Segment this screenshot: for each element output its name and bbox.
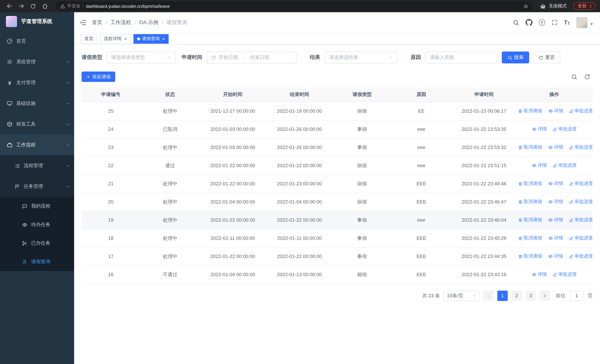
- result-select[interactable]: 请选择流结果: [325, 52, 397, 63]
- tab-process-detail[interactable]: 流程详情 ×: [100, 34, 131, 44]
- leave-type-select[interactable]: 请选择请假类型: [107, 52, 176, 63]
- pagination: 共 23 条 10条/页 1 2 3 前往 1 页: [82, 290, 593, 301]
- url-text[interactable]: dashboard.yudao.iocoder.cn/bpm/oa/leave: [86, 3, 170, 9]
- browser-back-icon[interactable]: [4, 1, 14, 11]
- sidebar-item-leave-query[interactable]: 请假查询: [0, 252, 74, 271]
- cancel-leave-link[interactable]: 取消请假: [518, 217, 542, 223]
- detail-link[interactable]: 详情: [548, 180, 563, 187]
- menu-fold-icon[interactable]: [79, 19, 87, 26]
- cell-apply-time: 2022-01-22 23:53:35: [452, 120, 516, 138]
- prev-page-button[interactable]: [483, 290, 494, 301]
- trash-icon: [518, 145, 523, 149]
- detail-link[interactable]: 详情: [532, 271, 547, 278]
- cell-end: 2022-01-13 00:00:00: [265, 265, 334, 284]
- avatar-caret-icon[interactable]: ▼: [590, 22, 593, 26]
- progress-link[interactable]: 审批进度: [569, 199, 593, 205]
- briefcase-icon: [7, 142, 13, 148]
- font-size-icon[interactable]: TT: [564, 19, 570, 25]
- progress-link[interactable]: 审批进度: [569, 180, 593, 187]
- sidebar-item-payment[interactable]: ¥ 支付管理: [0, 72, 74, 93]
- reset-button[interactable]: 重置: [533, 52, 560, 63]
- progress-link[interactable]: 审批进度: [569, 253, 593, 260]
- trash-icon: [518, 109, 523, 113]
- github-icon[interactable]: [525, 19, 532, 26]
- progress-link[interactable]: 审批进度: [569, 235, 593, 241]
- address-bar[interactable]: 不安全 dashboard.yudao.iocoder.cn/bpm/oa/le…: [56, 1, 533, 11]
- sidebar-item-process-mgmt[interactable]: 流程管理: [0, 155, 74, 176]
- progress-link[interactable]: 审批进度: [553, 126, 577, 132]
- sidebar-item-home[interactable]: 首页: [0, 31, 74, 52]
- page-button-2[interactable]: 2: [511, 290, 522, 301]
- sidebar-item-done-tasks[interactable]: 已办任务: [0, 234, 74, 252]
- goto-page-input[interactable]: 1: [570, 290, 583, 301]
- detail-link[interactable]: 详情: [548, 198, 563, 205]
- create-leave-button[interactable]: 发起请假: [82, 72, 115, 82]
- sidebar-item-label: 支付管理: [16, 79, 36, 86]
- search-button[interactable]: 搜索: [502, 52, 529, 63]
- detail-link[interactable]: 详情: [532, 126, 547, 132]
- progress-link[interactable]: 审批进度: [553, 271, 577, 278]
- close-icon[interactable]: ×: [162, 37, 165, 41]
- sidebar-item-todo-tasks[interactable]: 待办任务: [0, 215, 74, 234]
- update-button[interactable]: 更新: [573, 2, 596, 10]
- cancel-leave-link[interactable]: 取消请假: [518, 253, 542, 260]
- cell-apply-time: 2022-01-22 23:46:04: [452, 211, 516, 229]
- edit-icon: [553, 163, 557, 168]
- browser-reload-icon[interactable]: [28, 1, 38, 11]
- sidebar-item-system[interactable]: 系统管理: [0, 52, 74, 72]
- tab-leave-query[interactable]: 请假查询 ×: [133, 34, 169, 44]
- fullscreen-icon[interactable]: [551, 19, 558, 26]
- page-button-1[interactable]: 1: [497, 290, 508, 301]
- sidebar-item-task-mgmt[interactable]: 任务管理: [0, 176, 74, 197]
- hide-search-icon[interactable]: [571, 74, 577, 80]
- page-size-select[interactable]: 10条/页: [444, 290, 479, 301]
- table-header-row: 申请编号 状态 开始时间 结束时间 请假类型 原因 申请时间 操作: [82, 87, 593, 102]
- cancel-leave-link[interactable]: 取消请假: [518, 144, 542, 150]
- next-page-button[interactable]: [540, 290, 550, 301]
- detail-link[interactable]: 详情: [548, 217, 563, 223]
- sidebar-item-infra[interactable]: 基础设施: [0, 93, 74, 114]
- browser-home-icon[interactable]: [40, 1, 50, 11]
- tab-home[interactable]: 首页: [81, 34, 97, 44]
- cancel-leave-link[interactable]: 取消请假: [518, 108, 542, 114]
- browser-forward-icon[interactable]: [16, 1, 26, 11]
- bookmark-star-icon[interactable]: [523, 3, 528, 9]
- col-leave-type: 请假类型: [334, 87, 391, 102]
- close-icon[interactable]: ×: [124, 37, 127, 41]
- reason-input[interactable]: 请输入原因: [425, 52, 498, 63]
- sidebar-item-workflow[interactable]: 工作流程: [0, 135, 74, 155]
- search-icon[interactable]: [512, 19, 519, 26]
- leave-table: 申请编号 状态 开始时间 结束时间 请假类型 原因 申请时间 操作 25 处理中…: [82, 87, 593, 284]
- cancel-leave-link[interactable]: 取消请假: [518, 235, 542, 241]
- help-icon[interactable]: ?: [539, 19, 545, 26]
- cell-type: 婚假: [334, 265, 391, 284]
- sidebar-item-label: 我的流程: [31, 203, 50, 209]
- date-range-picker[interactable]: 开始日期 - 结束日期: [207, 52, 297, 63]
- security-warning[interactable]: 不安全: [60, 3, 80, 9]
- progress-link[interactable]: 审批进度: [569, 144, 593, 150]
- chevron-down-icon: [66, 81, 70, 85]
- detail-link[interactable]: 详情: [548, 235, 563, 241]
- progress-link[interactable]: 审批进度: [569, 217, 593, 223]
- breadcrumb-separator: /: [162, 19, 163, 25]
- breadcrumb-workflow[interactable]: 工作流程: [111, 19, 131, 26]
- refresh-table-icon[interactable]: [584, 74, 590, 80]
- sidebar-item-devtools[interactable]: 研发工具: [0, 114, 74, 135]
- progress-link[interactable]: 审批进度: [553, 162, 577, 169]
- cancel-leave-link[interactable]: 取消请假: [518, 199, 542, 205]
- detail-link[interactable]: 详情: [548, 144, 563, 150]
- detail-link[interactable]: 详情: [548, 108, 563, 114]
- detail-link[interactable]: 详情: [548, 253, 563, 259]
- page-button-3[interactable]: 3: [525, 290, 536, 301]
- cell-end: 2022-01-22 00:00:00: [265, 247, 334, 265]
- detail-link[interactable]: 详情: [532, 162, 547, 168]
- breadcrumb-home[interactable]: 首页: [92, 19, 102, 26]
- warning-triangle-icon: [60, 3, 65, 9]
- user-avatar[interactable]: [576, 17, 587, 28]
- sidebar-item-my-process[interactable]: 我的流程: [0, 197, 74, 215]
- input-placeholder: 请输入原因: [430, 54, 454, 61]
- breadcrumb-oa-example[interactable]: OA 示例: [139, 19, 159, 26]
- cancel-leave-link[interactable]: 取消请假: [518, 180, 542, 187]
- dashboard-icon: [7, 38, 13, 44]
- progress-link[interactable]: 审批进度: [569, 108, 593, 114]
